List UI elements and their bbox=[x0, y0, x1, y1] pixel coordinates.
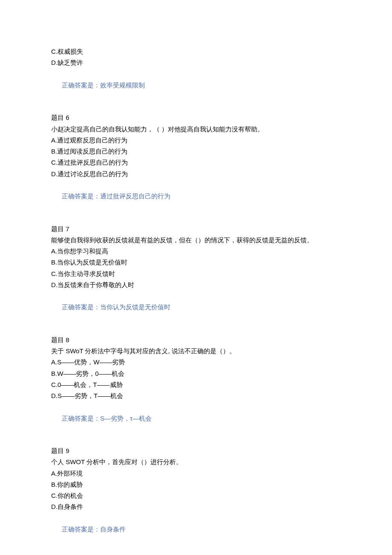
question-stem: 小赵决定提高自己的自我认知能力，（ ）对他提高自我认知能力没有帮助。 bbox=[51, 124, 341, 135]
answer-line: 正确答案是：效率受规模限制 bbox=[51, 69, 341, 102]
option-a: A.S——优势，W——劣势 bbox=[51, 357, 341, 368]
answer-line: 正确答案是：通过批评反思自己的行为 bbox=[51, 180, 341, 213]
answer-text: 当你认为反馈是无价值时 bbox=[100, 303, 170, 311]
question-title: 题目 6 bbox=[51, 112, 341, 123]
answer-line: 正确答案是：当你认为反馈是无价值时 bbox=[51, 291, 341, 324]
question-5-partial: C.权威损失 D.缺乏赞许 正确答案是：效率受规模限制 bbox=[51, 46, 341, 102]
question-stem: 个人 SWOT 分析中，首先应对（）进行分析。 bbox=[51, 456, 341, 468]
option-a: A.外部环境 bbox=[51, 468, 341, 479]
answer-text: 自身条件 bbox=[100, 526, 126, 533]
option-d: D.当反馈来自于你尊敬的人时 bbox=[51, 279, 341, 291]
question-title: 题目 7 bbox=[51, 224, 341, 235]
answer-label: 正确答案是： bbox=[62, 303, 100, 311]
question-6: 题目 6 小赵决定提高自己的自我认知能力，（ ）对他提高自我认知能力没有帮助。 … bbox=[51, 112, 341, 213]
option-c: C.通过批评反思自己的行为 bbox=[51, 157, 341, 168]
option-d: D.通过讨论反思自己的行为 bbox=[51, 169, 341, 180]
option-b: B.W——劣势，0——机会 bbox=[51, 368, 341, 379]
question-9: 题目 9 个人 SWOT 分析中，首先应对（）进行分析。 A.外部环境 B.你的… bbox=[51, 445, 341, 546]
question-title: 题目 8 bbox=[51, 334, 341, 346]
answer-line: 正确答案是：S—劣势，τ—机会 bbox=[51, 401, 341, 435]
option-d: D.自身条件 bbox=[51, 501, 341, 512]
option-b: B.通过阅读反思自己的行为 bbox=[51, 146, 341, 157]
option-a: A.通过观察反思自己的行为 bbox=[51, 135, 341, 146]
option-c: C.你的机会 bbox=[51, 490, 341, 501]
answer-label: 正确答案是： bbox=[62, 526, 100, 533]
option-a: A.当你想学习和提高 bbox=[51, 246, 341, 257]
answer-text: 效率受规模限制 bbox=[100, 81, 145, 89]
option-d: D.S——劣势，T——机会 bbox=[51, 390, 341, 401]
question-title: 题目 9 bbox=[51, 445, 341, 456]
option-c: C.权威损失 bbox=[51, 46, 341, 57]
question-stem: 能够使自我得到收获的反馈就是有益的反馈，但在（）的情况下，获得的反馈是无益的反馈… bbox=[51, 235, 341, 246]
answer-text: 通过批评反思自己的行为 bbox=[100, 192, 170, 200]
answer-label: 正确答案是： bbox=[62, 81, 100, 89]
answer-text: S—劣势，τ—机会 bbox=[100, 415, 152, 422]
question-8: 题目 8 关于 SWoT 分析法中字母与其对应的含义, 说法不正确的是（）。 A… bbox=[51, 334, 341, 435]
option-c: C.0——机会，T——威胁 bbox=[51, 379, 341, 390]
answer-label: 正确答案是： bbox=[62, 192, 100, 200]
option-d: D.缺乏赞许 bbox=[51, 57, 341, 68]
option-b: B.你的威胁 bbox=[51, 479, 341, 490]
option-b: B.当你认为反馈是无价值时 bbox=[51, 257, 341, 268]
option-c: C.当你主动寻求反馈时 bbox=[51, 268, 341, 279]
question-stem: 关于 SWoT 分析法中字母与其对应的含义, 说法不正确的是（）。 bbox=[51, 346, 341, 357]
question-7: 题目 7 能够使自我得到收获的反馈就是有益的反馈，但在（）的情况下，获得的反馈是… bbox=[51, 224, 341, 324]
answer-line: 正确答案是：自身条件 bbox=[51, 513, 341, 546]
answer-label: 正确答案是： bbox=[62, 415, 100, 422]
document-page: C.权威损失 D.缺乏赞许 正确答案是：效率受规模限制 题目 6 小赵决定提高自… bbox=[0, 0, 392, 555]
